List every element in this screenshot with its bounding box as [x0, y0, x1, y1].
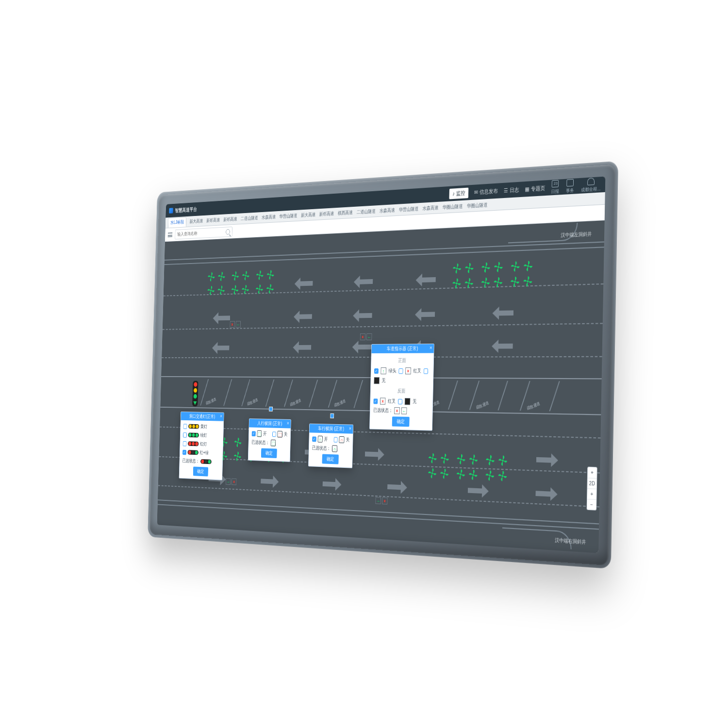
lane-arrow-icon: →	[226, 478, 231, 485]
lane-sign-pair[interactable]: →×	[226, 478, 237, 485]
tab-6[interactable]: 华营山隧道	[279, 212, 297, 220]
fan-icon[interactable]	[439, 467, 449, 480]
nav-publish[interactable]: ✉ 信息发布	[474, 187, 498, 196]
tab-5[interactable]: 水森高速	[262, 214, 276, 221]
fan-icon[interactable]	[468, 453, 479, 466]
popup-header: 车行横洞 (正常) ×	[310, 424, 353, 434]
fan-icon[interactable]	[452, 277, 462, 289]
fan-icon[interactable]	[456, 468, 466, 481]
close-icon[interactable]: ×	[349, 425, 351, 431]
fan-icon[interactable]	[523, 275, 533, 288]
fan-icon[interactable]	[217, 284, 226, 296]
tab-4[interactable]: 二道山隧道	[240, 215, 258, 222]
fan-icon[interactable]	[231, 270, 240, 281]
fan-icon[interactable]	[241, 284, 250, 295]
fan-icon[interactable]	[497, 470, 508, 482]
fan-icon[interactable]	[428, 452, 437, 464]
fan-icon[interactable]	[217, 271, 226, 282]
device-marker[interactable]	[330, 414, 334, 418]
locate-button[interactable]: ⌖	[588, 467, 597, 478]
fan-icon[interactable]	[231, 284, 239, 295]
nav-log[interactable]: ☰ 日志	[504, 186, 519, 195]
fan-icon[interactable]	[485, 469, 495, 482]
fan-icon[interactable]	[456, 453, 466, 465]
menu-icon[interactable]	[168, 232, 173, 237]
lane-sign-pair[interactable]: →×	[375, 497, 387, 504]
fan-icon[interactable]	[480, 277, 491, 289]
fan-icon[interactable]	[207, 285, 215, 296]
device-marker[interactable]	[269, 407, 273, 412]
fan-icon[interactable]	[452, 262, 462, 274]
tab-13[interactable]: 水森高速	[422, 204, 438, 212]
checkbox[interactable]	[398, 398, 402, 404]
traffic-light-device[interactable]	[192, 381, 199, 407]
tab-0[interactable]: 水LJ标段	[168, 217, 186, 228]
nav-topic[interactable]: ▦ 专题页	[525, 184, 546, 193]
checkbox[interactable]: ✓	[373, 398, 378, 404]
checkbox[interactable]	[183, 441, 187, 446]
search-input[interactable]	[177, 229, 226, 236]
checkbox[interactable]	[398, 368, 403, 374]
checkbox[interactable]	[424, 368, 428, 374]
zoom-out-button[interactable]: −	[587, 499, 596, 510]
checkbox[interactable]: ✓	[374, 368, 379, 374]
tunnel-canvas[interactable]: 汉中端左洞斜井 汉中端右洞斜井 ×←×←→×→× 疏散通道疏散通道疏散通道疏散通…	[157, 220, 605, 553]
checkbox[interactable]	[272, 431, 276, 437]
fan-icon[interactable]	[493, 276, 503, 289]
tab-3[interactable]: 新邻高速	[223, 215, 237, 223]
topright-date[interactable]: 23 日报	[551, 180, 560, 195]
fan-icon[interactable]	[255, 283, 264, 295]
direction-arrow-icon	[387, 480, 407, 494]
tab-7[interactable]: 新大高速	[301, 211, 315, 218]
search-icon[interactable]	[226, 229, 230, 234]
tab-2[interactable]: 新邻高速	[206, 216, 220, 224]
tab-1[interactable]: 新大高速	[189, 217, 203, 225]
checkbox[interactable]: ✓	[312, 436, 316, 442]
fan-icon[interactable]	[493, 261, 503, 273]
fan-icon[interactable]	[464, 262, 474, 274]
topright-event[interactable]: 事务	[566, 179, 574, 194]
fan-icon[interactable]	[464, 277, 474, 289]
fan-icon[interactable]	[233, 450, 242, 462]
close-icon[interactable]: ×	[287, 420, 289, 426]
confirm-button[interactable]: 确定	[392, 416, 410, 427]
tab-14[interactable]: 华圈山隧道	[442, 203, 463, 211]
confirm-button[interactable]: 确定	[261, 448, 277, 458]
fan-icon[interactable]	[497, 454, 508, 467]
fan-icon[interactable]	[440, 452, 450, 464]
confirm-button[interactable]: 确定	[322, 454, 338, 464]
fan-icon[interactable]	[427, 467, 437, 480]
fan-icon[interactable]	[265, 283, 274, 295]
tab-11[interactable]: 水森高速	[379, 207, 395, 215]
checkbox[interactable]	[183, 424, 187, 429]
fan-icon[interactable]	[233, 437, 242, 448]
fan-icon[interactable]	[485, 454, 495, 466]
checkbox[interactable]	[333, 437, 337, 442]
tab-9[interactable]: 棋西高速	[337, 209, 352, 217]
confirm-button[interactable]: 确定	[193, 466, 208, 476]
tab-12[interactable]: 华营山隧道	[398, 205, 418, 213]
close-icon[interactable]: ×	[220, 413, 222, 418]
fan-icon[interactable]	[510, 276, 520, 288]
mode-button[interactable]: 2D	[587, 478, 596, 489]
lane-sign-pair[interactable]: ×←	[230, 321, 240, 328]
fan-icon[interactable]	[255, 269, 264, 281]
fan-icon[interactable]	[241, 270, 250, 281]
checkbox[interactable]: ✓	[182, 449, 186, 455]
fan-icon[interactable]	[468, 468, 478, 481]
fan-icon[interactable]	[510, 260, 521, 273]
close-icon[interactable]: ×	[430, 345, 432, 350]
fan-icon[interactable]	[207, 271, 215, 282]
topright-chengdu[interactable]: 成都全程...	[581, 177, 601, 194]
fan-icon[interactable]	[480, 261, 491, 274]
zoom-in-button[interactable]: +	[587, 488, 596, 499]
checkbox[interactable]	[183, 432, 187, 438]
fan-icon[interactable]	[266, 269, 275, 281]
fan-icon[interactable]	[523, 260, 533, 272]
checkbox[interactable]: ✓	[252, 431, 256, 436]
tab-10[interactable]: 二道山隧道	[356, 208, 376, 215]
tab-8[interactable]: 新邻高速	[319, 210, 334, 217]
lane-sign-pair[interactable]: ×←	[360, 333, 372, 340]
tab-15[interactable]: 华圈山隧道	[466, 201, 487, 210]
nav-monitor[interactable]: ♪ 监控	[449, 187, 468, 199]
